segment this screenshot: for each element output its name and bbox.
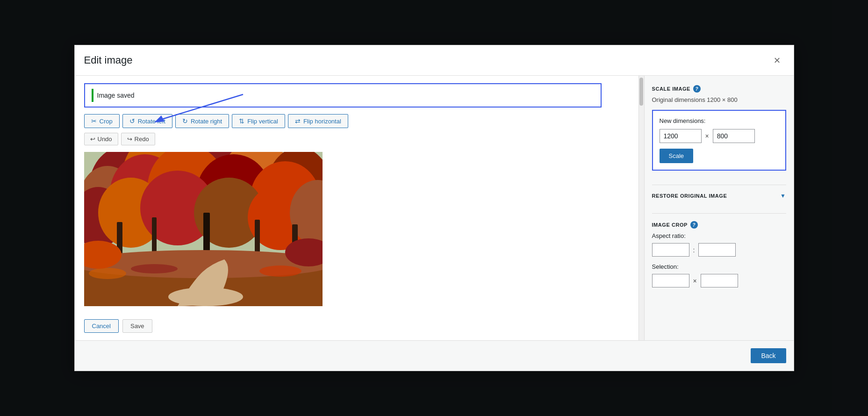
flip-vertical-icon: ⇅ bbox=[239, 117, 244, 125]
modal-close-button[interactable]: × bbox=[770, 53, 784, 68]
edit-image-modal: Edit image × Image saved bbox=[74, 45, 794, 371]
scale-button[interactable]: Scale bbox=[660, 149, 694, 163]
selection-y-input[interactable] bbox=[701, 274, 738, 287]
scale-image-section: SCALE IMAGE ? Original dimensions 1200 ×… bbox=[652, 85, 786, 180]
flip-horizontal-icon: ⇄ bbox=[295, 117, 301, 125]
save-button[interactable]: Save bbox=[122, 319, 152, 333]
selection-label: Selection: bbox=[652, 263, 786, 270]
crop-help-icon[interactable]: ? bbox=[690, 221, 698, 229]
new-dimensions-label: New dimensions: bbox=[660, 117, 779, 124]
notice-text: Image saved bbox=[97, 92, 135, 99]
svg-point-27 bbox=[89, 268, 126, 279]
scrollbar[interactable] bbox=[638, 76, 644, 340]
flip-horizontal-label: Flip horizontal bbox=[303, 118, 341, 125]
image-container bbox=[84, 152, 629, 306]
aspect-width-input[interactable] bbox=[652, 243, 689, 257]
restore-original-section: RESTORE ORIGINAL IMAGE ▼ bbox=[652, 193, 786, 199]
rotate-left-button[interactable]: ↺ Rotate left bbox=[122, 114, 172, 128]
aspect-ratio-row: : bbox=[652, 243, 786, 257]
editor-scroll-wrapper: Image saved ✂ Crop ↺ Rotate left bbox=[75, 76, 644, 340]
height-input[interactable] bbox=[713, 129, 755, 143]
width-input[interactable] bbox=[660, 129, 702, 143]
scroll-thumb[interactable] bbox=[639, 78, 643, 106]
flip-horizontal-button[interactable]: ⇄ Flip horizontal bbox=[288, 114, 348, 128]
redo-icon: ↪ bbox=[127, 136, 132, 143]
rotate-left-label: Rotate left bbox=[138, 118, 165, 125]
divider-2 bbox=[652, 213, 786, 214]
restore-title[interactable]: RESTORE ORIGINAL IMAGE ▼ bbox=[652, 193, 786, 199]
editor-area: Image saved ✂ Crop ↺ Rotate left bbox=[75, 76, 638, 340]
selection-separator: × bbox=[693, 277, 697, 285]
divider-1 bbox=[652, 185, 786, 185]
aspect-ratio-label: Aspect ratio: bbox=[652, 232, 786, 239]
rotate-right-label: Rotate right bbox=[191, 118, 222, 125]
modal-header: Edit image × bbox=[75, 45, 794, 76]
undo-label: Undo bbox=[98, 136, 112, 143]
selection-row: × bbox=[652, 274, 786, 287]
aspect-height-input[interactable] bbox=[698, 243, 736, 257]
scale-image-title: SCALE IMAGE ? bbox=[652, 85, 786, 93]
secondary-toolbar: ↩ Undo ↪ Redo bbox=[84, 133, 629, 145]
toolbar: ✂ Crop ↺ Rotate left ↻ Rotate right ⇅ bbox=[84, 114, 629, 128]
rotate-right-button[interactable]: ↻ Rotate right bbox=[175, 114, 229, 128]
undo-icon: ↩ bbox=[90, 136, 95, 143]
modal-body: Image saved ✂ Crop ↺ Rotate left bbox=[75, 76, 794, 340]
modal-title: Edit image bbox=[84, 54, 133, 66]
crop-label: Crop bbox=[100, 118, 113, 125]
image-crop-title: IMAGE CROP ? bbox=[652, 221, 786, 229]
aspect-ratio-separator: : bbox=[693, 246, 695, 254]
editor-footer: Cancel Save bbox=[84, 319, 629, 333]
redo-label: Redo bbox=[135, 136, 149, 143]
back-button-container: Back bbox=[75, 340, 794, 371]
notice-bar: Image saved bbox=[84, 83, 602, 108]
dimensions-separator: × bbox=[705, 132, 709, 140]
back-button[interactable]: Back bbox=[751, 348, 786, 363]
rotate-right-icon: ↻ bbox=[182, 117, 188, 125]
modal-overlay: Edit image × Image saved bbox=[0, 0, 868, 416]
svg-point-29 bbox=[259, 265, 301, 277]
image-crop-section: IMAGE CROP ? Aspect ratio: : Selection: … bbox=[652, 221, 786, 294]
right-panel: SCALE IMAGE ? Original dimensions 1200 ×… bbox=[644, 76, 794, 340]
redo-button[interactable]: ↪ Redo bbox=[121, 133, 155, 145]
dimensions-row: × bbox=[660, 129, 779, 143]
notice-indicator bbox=[92, 89, 93, 102]
undo-button[interactable]: ↩ Undo bbox=[84, 133, 118, 145]
svg-point-28 bbox=[131, 264, 178, 273]
flip-vertical-label: Flip vertical bbox=[247, 118, 278, 125]
scale-box: New dimensions: × Scale bbox=[652, 110, 786, 171]
cancel-button[interactable]: Cancel bbox=[84, 319, 119, 333]
crop-icon: ✂ bbox=[91, 117, 97, 125]
scale-help-icon[interactable]: ? bbox=[693, 85, 701, 93]
preview-image bbox=[84, 152, 323, 306]
flip-vertical-button[interactable]: ⇅ Flip vertical bbox=[232, 114, 285, 128]
crop-button[interactable]: ✂ Crop bbox=[84, 114, 120, 128]
original-dimensions: Original dimensions 1200 × 800 bbox=[652, 96, 786, 103]
rotate-left-icon: ↺ bbox=[129, 117, 135, 125]
selection-x-input[interactable] bbox=[652, 274, 689, 287]
restore-chevron-icon: ▼ bbox=[780, 193, 786, 199]
